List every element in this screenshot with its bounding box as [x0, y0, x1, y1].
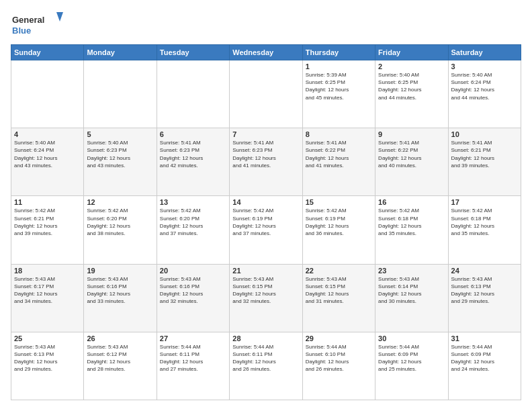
calendar-cell: 2Sunrise: 5:40 AM Sunset: 6:25 PM Daylig… — [375, 60, 448, 128]
calendar-cell — [230, 60, 302, 128]
day-info: Sunrise: 5:42 AM Sunset: 6:21 PM Dayligh… — [14, 207, 81, 237]
logo-svg: General Blue — [11, 11, 64, 38]
day-number: 2 — [378, 62, 445, 71]
calendar-cell: 27Sunrise: 5:44 AM Sunset: 6:11 PM Dayli… — [157, 332, 229, 400]
day-info: Sunrise: 5:40 AM Sunset: 6:24 PM Dayligh… — [451, 71, 518, 101]
day-info: Sunrise: 5:40 AM Sunset: 6:24 PM Dayligh… — [14, 139, 81, 169]
day-info: Sunrise: 5:41 AM Sunset: 6:22 PM Dayligh… — [306, 139, 372, 169]
calendar-week-row: 18Sunrise: 5:43 AM Sunset: 6:17 PM Dayli… — [11, 264, 521, 332]
day-number: 31 — [451, 334, 518, 342]
day-number: 14 — [232, 198, 299, 206]
calendar-cell: 22Sunrise: 5:43 AM Sunset: 6:15 PM Dayli… — [302, 264, 375, 332]
day-info: Sunrise: 5:41 AM Sunset: 6:21 PM Dayligh… — [451, 139, 518, 169]
day-number: 18 — [14, 267, 81, 275]
day-number: 22 — [306, 267, 372, 275]
calendar-cell: 6Sunrise: 5:41 AM Sunset: 6:23 PM Daylig… — [157, 128, 229, 196]
calendar-cell: 10Sunrise: 5:41 AM Sunset: 6:21 PM Dayli… — [448, 128, 521, 196]
calendar-week-row: 11Sunrise: 5:42 AM Sunset: 6:21 PM Dayli… — [11, 196, 521, 264]
day-info: Sunrise: 5:41 AM Sunset: 6:22 PM Dayligh… — [378, 139, 445, 169]
day-info: Sunrise: 5:41 AM Sunset: 6:23 PM Dayligh… — [160, 139, 226, 169]
calendar-cell: 20Sunrise: 5:43 AM Sunset: 6:16 PM Dayli… — [157, 264, 229, 332]
day-number: 13 — [160, 198, 226, 206]
calendar-cell: 7Sunrise: 5:41 AM Sunset: 6:23 PM Daylig… — [230, 128, 302, 196]
calendar-cell: 23Sunrise: 5:43 AM Sunset: 6:14 PM Dayli… — [375, 264, 448, 332]
day-number: 17 — [451, 198, 518, 206]
day-number: 6 — [160, 130, 226, 138]
day-number: 29 — [306, 334, 372, 342]
calendar-cell: 16Sunrise: 5:42 AM Sunset: 6:18 PM Dayli… — [375, 196, 448, 264]
day-number: 11 — [14, 198, 81, 206]
day-number: 20 — [160, 267, 226, 275]
weekday-header: Friday — [375, 45, 448, 60]
calendar-cell: 17Sunrise: 5:42 AM Sunset: 6:18 PM Dayli… — [448, 196, 521, 264]
calendar-cell: 12Sunrise: 5:42 AM Sunset: 6:20 PM Dayli… — [84, 196, 157, 264]
logo: General Blue — [11, 11, 64, 38]
calendar-cell — [84, 60, 157, 128]
calendar-cell: 5Sunrise: 5:40 AM Sunset: 6:23 PM Daylig… — [84, 128, 157, 196]
calendar-cell: 29Sunrise: 5:44 AM Sunset: 6:10 PM Dayli… — [302, 332, 375, 400]
calendar-cell: 31Sunrise: 5:44 AM Sunset: 6:09 PM Dayli… — [448, 332, 521, 400]
day-number: 8 — [306, 130, 372, 138]
calendar-cell: 19Sunrise: 5:43 AM Sunset: 6:16 PM Dayli… — [84, 264, 157, 332]
weekday-header: Monday — [84, 45, 157, 60]
calendar-cell: 15Sunrise: 5:42 AM Sunset: 6:19 PM Dayli… — [302, 196, 375, 264]
calendar-cell: 4Sunrise: 5:40 AM Sunset: 6:24 PM Daylig… — [11, 128, 84, 196]
day-info: Sunrise: 5:41 AM Sunset: 6:23 PM Dayligh… — [232, 139, 299, 169]
calendar-cell: 8Sunrise: 5:41 AM Sunset: 6:22 PM Daylig… — [302, 128, 375, 196]
day-number: 26 — [87, 334, 153, 342]
day-info: Sunrise: 5:43 AM Sunset: 6:15 PM Dayligh… — [232, 275, 299, 306]
day-number: 30 — [378, 334, 445, 342]
day-info: Sunrise: 5:44 AM Sunset: 6:09 PM Dayligh… — [451, 343, 518, 373]
calendar-cell: 9Sunrise: 5:41 AM Sunset: 6:22 PM Daylig… — [375, 128, 448, 196]
calendar-cell: 25Sunrise: 5:43 AM Sunset: 6:13 PM Dayli… — [11, 332, 84, 400]
weekday-header: Thursday — [302, 45, 375, 60]
day-number: 23 — [378, 267, 445, 275]
day-number: 21 — [232, 267, 299, 275]
day-number: 16 — [378, 198, 445, 206]
calendar-cell — [157, 60, 229, 128]
day-number: 12 — [87, 198, 153, 206]
calendar-cell: 30Sunrise: 5:44 AM Sunset: 6:09 PM Dayli… — [375, 332, 448, 400]
day-info: Sunrise: 5:43 AM Sunset: 6:16 PM Dayligh… — [160, 275, 226, 306]
calendar-cell: 26Sunrise: 5:43 AM Sunset: 6:12 PM Dayli… — [84, 332, 157, 400]
day-number: 19 — [87, 267, 153, 275]
calendar-cell: 1Sunrise: 5:39 AM Sunset: 6:25 PM Daylig… — [302, 60, 375, 128]
weekday-header: Wednesday — [230, 45, 302, 60]
calendar-cell — [11, 60, 84, 128]
svg-text:Blue: Blue — [12, 26, 31, 36]
day-info: Sunrise: 5:40 AM Sunset: 6:23 PM Dayligh… — [87, 139, 153, 169]
header: General Blue — [11, 11, 521, 38]
weekday-header: Tuesday — [157, 45, 229, 60]
calendar-cell: 11Sunrise: 5:42 AM Sunset: 6:21 PM Dayli… — [11, 196, 84, 264]
day-number: 9 — [378, 130, 445, 138]
calendar-cell: 14Sunrise: 5:42 AM Sunset: 6:19 PM Dayli… — [230, 196, 302, 264]
day-info: Sunrise: 5:40 AM Sunset: 6:25 PM Dayligh… — [378, 71, 445, 101]
day-number: 5 — [87, 130, 153, 138]
day-info: Sunrise: 5:43 AM Sunset: 6:14 PM Dayligh… — [378, 275, 445, 306]
svg-marker-2 — [56, 12, 63, 21]
svg-text:General: General — [12, 15, 44, 25]
day-info: Sunrise: 5:43 AM Sunset: 6:13 PM Dayligh… — [14, 343, 81, 373]
day-info: Sunrise: 5:44 AM Sunset: 6:10 PM Dayligh… — [306, 343, 372, 373]
day-number: 7 — [232, 130, 299, 138]
day-number: 15 — [306, 198, 372, 206]
day-number: 10 — [451, 130, 518, 138]
day-info: Sunrise: 5:43 AM Sunset: 6:17 PM Dayligh… — [14, 275, 81, 306]
day-info: Sunrise: 5:42 AM Sunset: 6:20 PM Dayligh… — [160, 207, 226, 237]
weekday-header: Saturday — [448, 45, 521, 60]
day-number: 25 — [14, 334, 81, 342]
day-number: 28 — [232, 334, 299, 342]
calendar-cell: 21Sunrise: 5:43 AM Sunset: 6:15 PM Dayli… — [230, 264, 302, 332]
calendar-table: SundayMondayTuesdayWednesdayThursdayFrid… — [11, 44, 521, 400]
weekday-header: Sunday — [11, 45, 84, 60]
day-info: Sunrise: 5:39 AM Sunset: 6:25 PM Dayligh… — [306, 71, 372, 101]
day-info: Sunrise: 5:43 AM Sunset: 6:13 PM Dayligh… — [451, 275, 518, 306]
day-number: 1 — [306, 62, 372, 71]
page: General Blue SundayMondayTuesdayWednesda… — [0, 0, 532, 411]
day-info: Sunrise: 5:44 AM Sunset: 6:09 PM Dayligh… — [378, 343, 445, 373]
day-info: Sunrise: 5:42 AM Sunset: 6:20 PM Dayligh… — [87, 207, 153, 237]
day-number: 24 — [451, 267, 518, 275]
day-info: Sunrise: 5:43 AM Sunset: 6:16 PM Dayligh… — [87, 275, 153, 306]
day-info: Sunrise: 5:42 AM Sunset: 6:18 PM Dayligh… — [451, 207, 518, 237]
day-info: Sunrise: 5:43 AM Sunset: 6:12 PM Dayligh… — [87, 343, 153, 373]
